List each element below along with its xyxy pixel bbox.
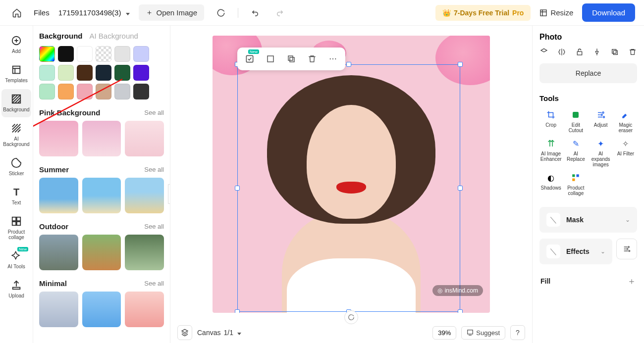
home-icon[interactable] [9,5,25,21]
color-swatch[interactable] [114,65,130,81]
free-trial-button[interactable]: 👑 7-Days Free Trial Pro [435,5,531,21]
see-all-link[interactable]: See all [144,223,164,230]
open-image-button[interactable]: ＋ Open Image [139,4,204,21]
rail-item-templates[interactable]: Templates [1,60,31,88]
rail-item-ai-tools[interactable]: AI ToolsNew [1,246,31,274]
add-icon [10,35,22,47]
tool-ai-filter[interactable]: ✧AI Filter [614,138,637,167]
redo-icon[interactable] [272,5,288,21]
document-name-dropdown[interactable]: 1715911703498(3) [58,8,130,17]
color-swatch[interactable] [58,65,74,81]
tool-ai-expand[interactable]: ✦AI expands images [590,138,612,167]
color-swatch[interactable] [114,84,130,99]
tool-edit-cutout[interactable]: Edit Cutout [564,109,587,133]
background-thumb[interactable] [39,292,78,327]
lock-icon[interactable] [575,48,584,56]
tool-label: Crop [545,122,556,128]
pin-icon[interactable] [592,48,601,56]
background-thumb[interactable] [82,292,121,327]
layers-icon[interactable] [177,325,192,340]
replace-button[interactable]: Replace [539,63,637,83]
canvas-page-dropdown[interactable]: Canvas 1/1 [197,329,241,337]
copy-icon[interactable] [610,48,619,56]
background-thumb[interactable] [82,235,121,270]
color-swatch[interactable] [58,46,74,62]
mask-accordion[interactable]: ＼ Mask ⌄ [539,207,637,233]
effects-settings-icon[interactable] [616,239,637,259]
text-icon: T [10,186,22,198]
tool-crop[interactable]: Crop [539,109,562,133]
flip-icon[interactable] [557,48,566,56]
zoom-level[interactable]: 39% [432,326,456,340]
tool-magic-eraser[interactable]: Magic eraser [614,109,637,133]
color-swatch[interactable] [77,84,93,99]
refresh-canvas-icon[interactable] [344,310,358,324]
help-button[interactable]: ? [510,325,525,340]
selection-box[interactable] [237,64,460,312]
svg-point-19 [601,114,602,116]
tool-label: AI expands images [591,151,610,167]
download-button[interactable]: Download [582,3,635,22]
tool-ai-enhancer[interactable]: ⇈AI Image Enhancer [539,138,562,167]
see-all-link[interactable]: See all [144,280,164,287]
color-swatch[interactable] [77,46,93,62]
ai-replace-icon: ✎ [570,138,581,149]
tool-shadows[interactable]: ◐Shadows [539,172,562,196]
fill-add-icon[interactable]: ＋ [627,275,636,287]
delete-icon[interactable] [304,50,321,67]
background-thumb[interactable] [39,178,78,213]
rail-item-upload[interactable]: Upload [1,275,31,303]
color-swatch[interactable] [96,84,111,99]
rail-item-add[interactable]: Add [1,31,31,59]
trash-icon[interactable] [628,48,637,56]
color-swatch[interactable] [133,84,149,99]
background-panel: Background AI Background Pink Background… [33,26,170,343]
rail-item-text[interactable]: TText [1,182,31,210]
color-swatch[interactable] [39,46,55,62]
layers-icon[interactable] [539,48,548,56]
color-swatch[interactable] [39,84,55,99]
svg-rect-3 [12,217,16,221]
background-thumb[interactable] [39,235,78,270]
color-swatch[interactable] [77,65,93,81]
see-all-link[interactable]: See all [144,166,164,173]
background-thumb[interactable] [125,121,164,156]
rail-item-background[interactable]: Background [1,89,31,117]
canvas[interactable]: New ⋯ ◎ insMind.com [213,36,490,313]
files-link[interactable]: Files [34,8,50,17]
duplicate-icon[interactable] [283,50,300,67]
background-thumb[interactable] [82,121,121,156]
tab-background[interactable]: Background [39,32,83,40]
effects-accordion[interactable]: ＼ Effects ⌄ [539,239,612,264]
color-swatch[interactable] [96,65,111,81]
background-thumb[interactable] [125,178,164,213]
frame-icon[interactable] [262,50,279,67]
suggest-button[interactable]: Suggest [461,326,505,340]
see-all-link[interactable]: See all [144,109,164,116]
section-title: Pink Background [39,108,100,117]
rail-item-product-collage[interactable]: Product collage [1,211,31,245]
document-name: 1715911703498(3) [58,8,121,17]
ai-cutout-icon[interactable]: New [241,50,258,67]
tool-product-collage[interactable]: Product collage [564,172,587,196]
sync-icon[interactable] [213,5,229,21]
svg-rect-2 [13,66,20,74]
background-thumb[interactable] [39,121,78,156]
color-swatch[interactable] [133,46,149,62]
color-swatch[interactable] [96,46,111,62]
tool-adjust[interactable]: Adjust [590,109,612,133]
background-thumb[interactable] [125,235,164,270]
more-icon[interactable]: ⋯ [324,50,341,67]
background-thumb[interactable] [125,292,164,327]
undo-icon[interactable] [247,5,263,21]
color-swatch[interactable] [58,84,74,99]
resize-button[interactable]: Resize [539,8,573,17]
color-swatch[interactable] [114,46,130,62]
rail-item-sticker[interactable]: Sticker [1,153,31,181]
rail-item-ai-background[interactable]: AI Background [1,118,31,152]
color-swatch[interactable] [133,65,149,81]
background-thumb[interactable] [82,178,121,213]
tool-ai-replace[interactable]: ✎AI Replace [564,138,587,167]
tab-ai-background[interactable]: AI Background [90,32,138,40]
color-swatch[interactable] [39,65,55,81]
